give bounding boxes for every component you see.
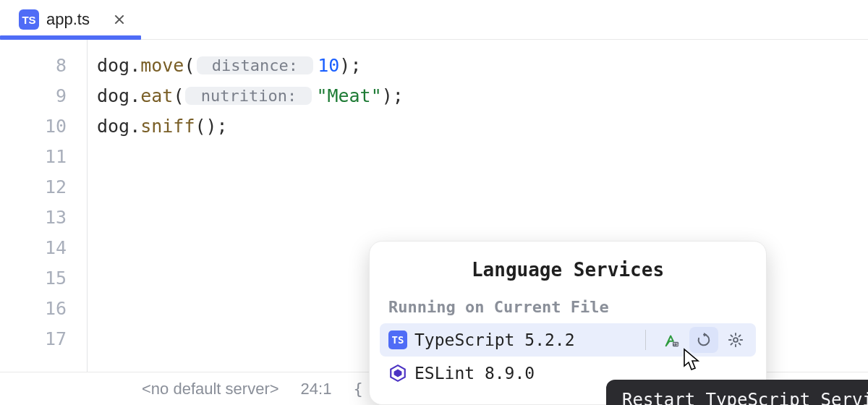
line-number: 10 [0, 111, 87, 141]
popup-title: Language Services [380, 259, 756, 281]
code-line[interactable] [97, 171, 868, 202]
line-number: 9 [0, 80, 87, 111]
gutter: 891011121314151617 [0, 40, 87, 372]
code-line[interactable]: dog.move( distance: 10); [97, 50, 868, 80]
line-number: 12 [0, 171, 87, 202]
gear-icon[interactable] [721, 327, 750, 353]
compile-icon[interactable]: TS [658, 327, 686, 353]
line-number: 17 [0, 323, 87, 354]
inlay-hint: nutrition: [185, 87, 312, 105]
code-line[interactable] [97, 202, 868, 232]
restart-icon[interactable] [689, 327, 718, 353]
status-server[interactable]: <no default server> [142, 380, 279, 398]
eslint-icon [388, 364, 407, 383]
line-number: 15 [0, 263, 87, 293]
status-caret-position[interactable]: 24:1 [301, 380, 332, 398]
typescript-icon: TS [388, 331, 407, 349]
svg-marker-4 [394, 370, 402, 378]
code-line[interactable] [97, 141, 868, 171]
line-number: 16 [0, 293, 87, 323]
code-line[interactable]: dog.sniff(); [97, 111, 868, 141]
line-number: 13 [0, 202, 87, 232]
typescript-icon: TS [19, 9, 39, 30]
editor[interactable]: 891011121314151617 dog.move( distance: 1… [0, 40, 868, 372]
service-label: TypeScript 5.2.2 [414, 331, 634, 349]
line-number: 14 [0, 232, 87, 263]
tab-app-ts[interactable]: TS app.ts [9, 0, 135, 39]
tab-bar: TS app.ts [0, 0, 868, 40]
line-number: 11 [0, 141, 87, 171]
inlay-hint: distance: [197, 56, 314, 74]
tab-filename: app.ts [46, 10, 90, 29]
line-number: 8 [0, 50, 87, 80]
tooltip-restart-typescript: Restart TypeScript Service [606, 380, 868, 405]
language-service-row-typescript[interactable]: TS TypeScript 5.2.2 TS [380, 323, 756, 357]
svg-text:TS: TS [673, 342, 678, 346]
close-icon[interactable] [114, 14, 124, 25]
separator [645, 330, 646, 350]
code-line[interactable]: dog.eat( nutrition: "Meat"); [97, 80, 868, 111]
svg-point-2 [733, 338, 738, 342]
popup-section-label: Running on Current File [380, 298, 756, 323]
gutter-border [87, 40, 88, 372]
